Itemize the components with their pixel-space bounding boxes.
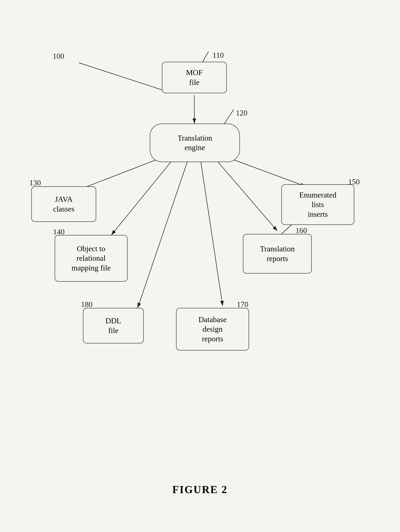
node-translation-engine: Translationengine <box>150 124 240 162</box>
node-java-label: JAVAclasses <box>53 195 75 214</box>
label-110: 110 <box>212 51 224 60</box>
svg-line-7 <box>200 159 223 306</box>
svg-line-5 <box>111 158 174 235</box>
node-engine-label: Translationengine <box>178 133 212 152</box>
node-orm: Object torelationalmapping file <box>55 235 128 282</box>
label-170: 170 <box>237 300 248 309</box>
node-orm-label: Object torelationalmapping file <box>71 244 111 273</box>
figure-caption: FIGURE 2 <box>0 484 400 495</box>
svg-line-8 <box>215 158 277 231</box>
node-translation-reports-label: Translationreports <box>260 244 295 263</box>
diagram: 100 MOFfile 110 Translationengine 120 JA… <box>0 16 400 532</box>
svg-line-4 <box>77 156 166 190</box>
node-ddl-label: DDLfile <box>106 316 121 335</box>
label-140: 140 <box>53 227 65 236</box>
node-enum-label: Enumeratedlistsinserts <box>299 190 337 219</box>
node-mof-label: MOFfile <box>186 68 203 87</box>
label-160: 160 <box>295 226 307 235</box>
node-ddl: DDLfile <box>83 308 144 343</box>
label-180: 180 <box>81 300 93 309</box>
label-150: 150 <box>348 177 360 186</box>
node-translation-reports: Translationreports <box>243 234 312 273</box>
label-120: 120 <box>236 108 247 117</box>
node-mof: MOFfile <box>162 62 227 93</box>
node-java-classes: JAVAclasses <box>31 186 96 222</box>
label-130: 130 <box>29 178 41 187</box>
node-db-reports-label: Databasedesignreports <box>198 315 226 344</box>
svg-line-1 <box>79 63 166 91</box>
node-db-reports: Databasedesignreports <box>176 308 249 350</box>
node-enum: Enumeratedlistsinserts <box>281 184 354 225</box>
ref-label-100: 100 <box>53 52 64 61</box>
svg-line-6 <box>138 159 188 308</box>
